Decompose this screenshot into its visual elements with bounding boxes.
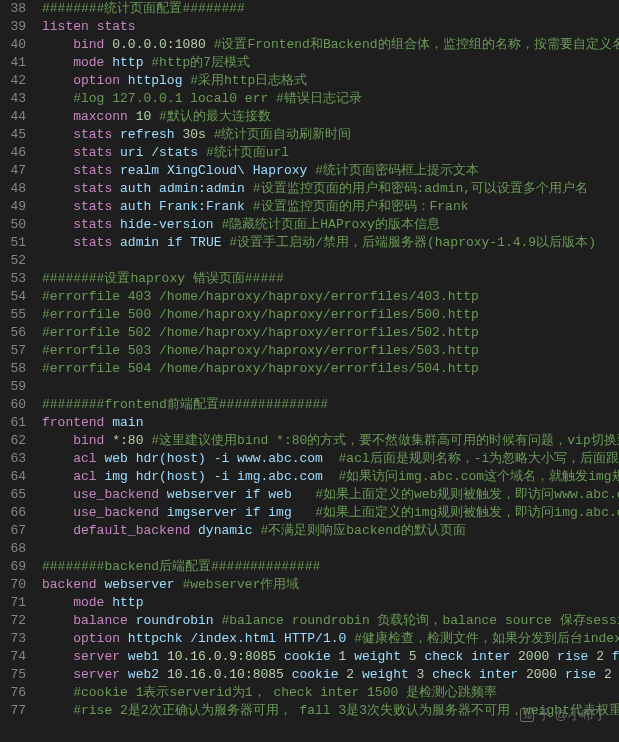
- line-number: 76: [4, 684, 26, 702]
- line-number: 61: [4, 414, 26, 432]
- line-number: 53: [4, 270, 26, 288]
- line-number: 51: [4, 234, 26, 252]
- line-number: 50: [4, 216, 26, 234]
- line-number: 52: [4, 252, 26, 270]
- line-number: 57: [4, 342, 26, 360]
- line-number: 44: [4, 108, 26, 126]
- line-number: 60: [4, 396, 26, 414]
- line-number: 66: [4, 504, 26, 522]
- code-line[interactable]: stats auth admin:admin #设置监控页面的用户和密码:adm…: [42, 180, 619, 198]
- code-line[interactable]: #errorfile 503 /home/haproxy/haproxy/err…: [42, 342, 619, 360]
- code-line[interactable]: stats auth Frank:Frank #设置监控页面的用户和密码：Fra…: [42, 198, 619, 216]
- code-line[interactable]: #errorfile 504 /home/haproxy/haproxy/err…: [42, 360, 619, 378]
- code-line[interactable]: [42, 252, 619, 270]
- line-number: 55: [4, 306, 26, 324]
- code-line[interactable]: #errorfile 502 /home/haproxy/haproxy/err…: [42, 324, 619, 342]
- code-line[interactable]: ########frontend前端配置##############: [42, 396, 619, 414]
- code-line[interactable]: [42, 378, 619, 396]
- code-line[interactable]: #log 127.0.0.1 local0 err #错误日志记录: [42, 90, 619, 108]
- watermark: 知 乎 @小布丁: [520, 706, 607, 724]
- code-line[interactable]: server web1 10.16.0.9:8085 cookie 1 weig…: [42, 648, 619, 666]
- line-number: 43: [4, 90, 26, 108]
- code-editor[interactable]: 3839404142434445464748495051525354555657…: [0, 0, 619, 742]
- line-number-gutter: 3839404142434445464748495051525354555657…: [0, 0, 34, 742]
- code-line[interactable]: ########设置haproxy 错误页面#####: [42, 270, 619, 288]
- code-line[interactable]: option httplog #采用http日志格式: [42, 72, 619, 90]
- line-number: 75: [4, 666, 26, 684]
- line-number: 56: [4, 324, 26, 342]
- code-line[interactable]: balance roundrobin #balance roundrobin 负…: [42, 612, 619, 630]
- line-number: 65: [4, 486, 26, 504]
- line-number: 47: [4, 162, 26, 180]
- line-number: 68: [4, 540, 26, 558]
- code-line[interactable]: stats hide-version #隐藏统计页面上HAProxy的版本信息: [42, 216, 619, 234]
- line-number: 41: [4, 54, 26, 72]
- line-number: 74: [4, 648, 26, 666]
- code-line[interactable]: server web2 10.16.0.10:8085 cookie 2 wei…: [42, 666, 619, 684]
- code-line[interactable]: default_backend dynamic #不满足则响应backend的默…: [42, 522, 619, 540]
- code-line[interactable]: stats refresh 30s #统计页面自动刷新时间: [42, 126, 619, 144]
- line-number: 70: [4, 576, 26, 594]
- code-line[interactable]: mode http #http的7层模式: [42, 54, 619, 72]
- code-line[interactable]: ########backend后端配置##############: [42, 558, 619, 576]
- line-number: 59: [4, 378, 26, 396]
- line-number: 54: [4, 288, 26, 306]
- code-line[interactable]: #errorfile 500 /home/haproxy/haproxy/err…: [42, 306, 619, 324]
- line-number: 42: [4, 72, 26, 90]
- code-line[interactable]: maxconn 10 #默认的最大连接数: [42, 108, 619, 126]
- code-line[interactable]: acl web hdr(host) -i www.abc.com #acl后面是…: [42, 450, 619, 468]
- code-line[interactable]: bind 0.0.0.0:1080 #设置Frontend和Backend的组合…: [42, 36, 619, 54]
- code-line[interactable]: use_backend webserver if web #如果上面定义的web…: [42, 486, 619, 504]
- code-line[interactable]: stats uri /stats #统计页面url: [42, 144, 619, 162]
- code-line[interactable]: stats realm XingCloud\ Haproxy #统计页面密码框上…: [42, 162, 619, 180]
- line-number: 38: [4, 0, 26, 18]
- line-number: 48: [4, 180, 26, 198]
- code-line[interactable]: #errorfile 403 /home/haproxy/haproxy/err…: [42, 288, 619, 306]
- code-line[interactable]: backend webserver #webserver作用域: [42, 576, 619, 594]
- line-number: 69: [4, 558, 26, 576]
- watermark-user: 乎 @小布丁: [538, 706, 607, 724]
- line-number: 63: [4, 450, 26, 468]
- line-number: 72: [4, 612, 26, 630]
- code-line[interactable]: option httpchk /index.html HTTP/1.0 #健康检…: [42, 630, 619, 648]
- line-number: 67: [4, 522, 26, 540]
- code-line[interactable]: use_backend imgserver if img #如果上面定义的img…: [42, 504, 619, 522]
- line-number: 58: [4, 360, 26, 378]
- line-number: 39: [4, 18, 26, 36]
- line-number: 62: [4, 432, 26, 450]
- code-line[interactable]: frontend main: [42, 414, 619, 432]
- line-number: 46: [4, 144, 26, 162]
- code-line[interactable]: listen stats: [42, 18, 619, 36]
- code-line[interactable]: #cookie 1表示serverid为1， check inter 1500 …: [42, 684, 619, 702]
- line-number: 45: [4, 126, 26, 144]
- code-line[interactable]: stats admin if TRUE #设置手工启动/禁用，后端服务器(hap…: [42, 234, 619, 252]
- code-line[interactable]: acl img hdr(host) -i img.abc.com #如果访问im…: [42, 468, 619, 486]
- zhihu-icon: 知: [520, 708, 534, 722]
- code-line[interactable]: [42, 540, 619, 558]
- code-line[interactable]: mode http: [42, 594, 619, 612]
- code-line[interactable]: bind *:80 #这里建议使用bind *:80的方式，要不然做集群高可用的…: [42, 432, 619, 450]
- line-number: 64: [4, 468, 26, 486]
- code-line[interactable]: ########统计页面配置########: [42, 0, 619, 18]
- line-number: 49: [4, 198, 26, 216]
- line-number: 77: [4, 702, 26, 720]
- line-number: 73: [4, 630, 26, 648]
- line-number: 71: [4, 594, 26, 612]
- code-area[interactable]: ########统计页面配置########listen stats bind …: [34, 0, 619, 742]
- line-number: 40: [4, 36, 26, 54]
